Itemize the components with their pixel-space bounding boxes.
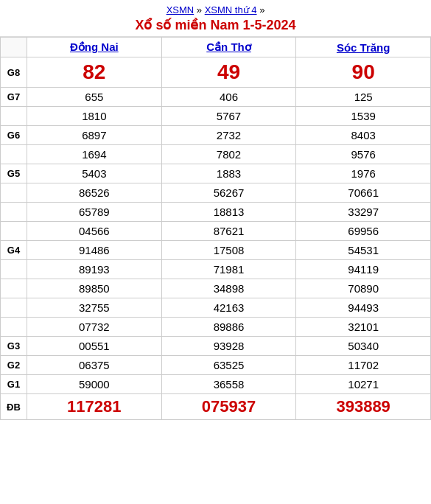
- g3a-dongnai: 07732: [27, 318, 162, 337]
- g7-cantho: 406: [161, 88, 296, 107]
- table-row-db: ĐB 117281 075937 393889: [1, 394, 431, 420]
- g1-cantho: 36558: [161, 375, 296, 394]
- label-g6c: [1, 145, 27, 164]
- g2-cantho: 63525: [161, 356, 296, 375]
- g4e-cantho: 71981: [161, 260, 296, 279]
- g4a-soctrang: 70661: [296, 183, 431, 203]
- label-g4g: [1, 298, 27, 318]
- g2-dongnai: 06375: [27, 356, 162, 375]
- g1-dongnai: 59000: [27, 375, 162, 394]
- g4b-dongnai: 65789: [27, 203, 162, 222]
- label-g2: G2: [1, 356, 27, 375]
- table-row-g2: G2 06375 63525 11702: [1, 356, 431, 375]
- g6c-cantho: 7802: [161, 145, 296, 164]
- g7-dongnai: 655: [27, 88, 162, 107]
- label-g3b: G3: [1, 337, 27, 356]
- g4d-soctrang: 54531: [296, 241, 431, 260]
- label-header: [1, 38, 27, 57]
- g5-cantho: 1883: [161, 164, 296, 183]
- label-g4c: [1, 222, 27, 241]
- g3b-soctrang: 50340: [296, 337, 431, 356]
- g8-cantho: 49: [161, 57, 296, 88]
- table-row-g3b: G3 00551 93928 50340: [1, 337, 431, 356]
- col-cantho-header: Cần Thơ: [161, 38, 296, 57]
- sep1: »: [194, 4, 204, 15]
- table-row-g4e: 89193 71981 94119: [1, 260, 431, 279]
- g6a-soctrang: 1539: [296, 107, 431, 126]
- g3b-dongnai: 00551: [27, 337, 162, 356]
- g1-soctrang: 10271: [296, 375, 431, 394]
- table-row-g5: G5 5403 1883 1976: [1, 164, 431, 183]
- g4b-soctrang: 33297: [296, 203, 431, 222]
- g4f-dongnai: 89850: [27, 279, 162, 298]
- g3a-cantho: 89886: [161, 318, 296, 337]
- breadcrumb-xsmn2[interactable]: XSMN thứ 4: [205, 4, 257, 15]
- g4c-dongnai: 04566: [27, 222, 162, 241]
- g5-dongnai: 5403: [27, 164, 162, 183]
- table-row-g4a: 86526 56267 70661: [1, 183, 431, 203]
- table-row-g4g: 32755 42163 94493: [1, 298, 431, 318]
- breadcrumb: XSMN » XSMN thứ 4 »: [3, 4, 428, 15]
- g6c-dongnai: 1694: [27, 145, 162, 164]
- table-row-g3a: 07732 89886 32101: [1, 318, 431, 337]
- g6b-cantho: 2732: [161, 126, 296, 145]
- label-g3a: [1, 318, 27, 337]
- db-dongnai: 117281: [27, 394, 162, 420]
- g5-soctrang: 1976: [296, 164, 431, 183]
- g4e-dongnai: 89193: [27, 260, 162, 279]
- g4d-dongnai: 91486: [27, 241, 162, 260]
- g4g-dongnai: 32755: [27, 298, 162, 318]
- table-row-g7: G7 655 406 125: [1, 88, 431, 107]
- g7-soctrang: 125: [296, 88, 431, 107]
- g2-soctrang: 11702: [296, 356, 431, 375]
- g6c-soctrang: 9576: [296, 145, 431, 164]
- g8-dongnai: 82: [27, 57, 162, 88]
- g4c-cantho: 87621: [161, 222, 296, 241]
- lottery-table: Đồng Nai Cần Thơ Sóc Trăng G8 82 49 90 G…: [0, 37, 431, 420]
- label-g7: G7: [1, 88, 27, 107]
- col-soctrang-header: Sóc Trăng: [296, 38, 431, 57]
- table-row-g4d: G4 91486 17508 54531: [1, 241, 431, 260]
- g4g-cantho: 42163: [161, 298, 296, 318]
- db-cantho: 075937: [161, 394, 296, 420]
- g4e-soctrang: 94119: [296, 260, 431, 279]
- label-db: ĐB: [1, 394, 27, 420]
- table-row-g4b: 65789 18813 33297: [1, 203, 431, 222]
- page-header: XSMN » XSMN thứ 4 » Xổ số miền Nam 1-5-2…: [0, 0, 431, 37]
- g4a-dongnai: 86526: [27, 183, 162, 203]
- page-title: Xổ số miền Nam 1-5-2024: [3, 17, 428, 33]
- label-g8: G8: [1, 57, 27, 88]
- g4a-cantho: 56267: [161, 183, 296, 203]
- g6a-dongnai: 1810: [27, 107, 162, 126]
- col-dongnai-header: Đồng Nai: [27, 38, 162, 57]
- label-g1: G1: [1, 375, 27, 394]
- label-g4f: [1, 279, 27, 298]
- table-row-g6a: 1810 5767 1539: [1, 107, 431, 126]
- g4g-soctrang: 94493: [296, 298, 431, 318]
- g4f-soctrang: 70890: [296, 279, 431, 298]
- g4d-cantho: 17508: [161, 241, 296, 260]
- label-g4d: G4: [1, 241, 27, 260]
- breadcrumb-xsmn1[interactable]: XSMN: [167, 4, 195, 15]
- g8-soctrang: 90: [296, 57, 431, 88]
- table-row-g1: G1 59000 36558 10271: [1, 375, 431, 394]
- table-row-g6c: 1694 7802 9576: [1, 145, 431, 164]
- g3b-cantho: 93928: [161, 337, 296, 356]
- table-row-g4c: 04566 87621 69956: [1, 222, 431, 241]
- table-row-g8: G8 82 49 90: [1, 57, 431, 88]
- label-g5: G5: [1, 164, 27, 183]
- g4c-soctrang: 69956: [296, 222, 431, 241]
- sep2: »: [257, 4, 265, 15]
- label-g4a: [1, 183, 27, 203]
- label-g4e: [1, 260, 27, 279]
- g3a-soctrang: 32101: [296, 318, 431, 337]
- label-g4b: [1, 203, 27, 222]
- g4f-cantho: 34898: [161, 279, 296, 298]
- g6a-cantho: 5767: [161, 107, 296, 126]
- g6b-soctrang: 8403: [296, 126, 431, 145]
- table-row-g6b: G6 6897 2732 8403: [1, 126, 431, 145]
- table-row-g4f: 89850 34898 70890: [1, 279, 431, 298]
- g6b-dongnai: 6897: [27, 126, 162, 145]
- g4b-cantho: 18813: [161, 203, 296, 222]
- db-soctrang: 393889: [296, 394, 431, 420]
